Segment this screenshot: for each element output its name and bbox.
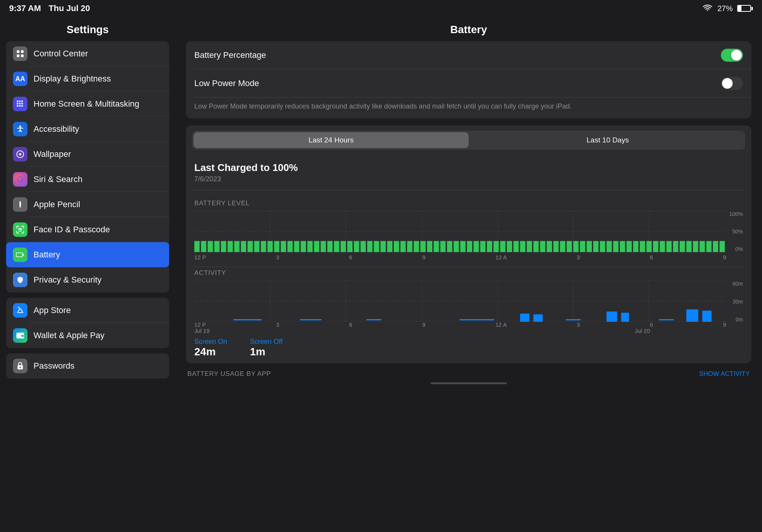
svg-rect-86 (507, 241, 512, 252)
svg-rect-101 (607, 241, 612, 252)
y-label-0: 0% (735, 246, 743, 252)
svg-rect-105 (633, 241, 639, 252)
svg-rect-3 (21, 54, 24, 57)
svg-rect-84 (493, 241, 499, 252)
sidebar-item-accessibility[interactable]: Accessibility (6, 117, 169, 142)
scroll-indicator (431, 382, 507, 384)
svg-rect-77 (447, 241, 452, 252)
low-power-toggle[interactable] (721, 77, 743, 90)
x-label-12p: 12 P (194, 254, 206, 260)
svg-rect-19 (19, 201, 21, 203)
svg-rect-45 (234, 241, 240, 252)
svg-rect-139 (702, 311, 711, 322)
activity-section: ACTIVITY 60m 30m 0m (186, 269, 751, 363)
passwords-label: Passwords (34, 361, 75, 371)
appstore-icon (13, 303, 27, 318)
svg-rect-11 (19, 105, 21, 107)
date-label-jul19: Jul 19 (194, 328, 210, 334)
svg-point-29 (19, 367, 21, 368)
x-label-3b: 3 (577, 254, 580, 260)
sidebar-item-pencil[interactable]: Apple Pencil (6, 192, 169, 217)
svg-rect-73 (420, 241, 426, 252)
screen-off-label: Screen Off (250, 338, 283, 346)
chart-divider (194, 190, 743, 190)
svg-rect-49 (261, 241, 266, 252)
activity-y-0: 0m (736, 316, 743, 323)
content-title: Battery (175, 17, 762, 41)
svg-rect-114 (693, 241, 698, 252)
svg-rect-75 (434, 241, 439, 252)
x-label-9b: 9 (723, 254, 726, 260)
last-10d-button[interactable]: Last 10 Days (470, 131, 745, 150)
low-power-label: Low Power Mode (194, 78, 259, 88)
x-label-6b: 6 (650, 254, 653, 260)
svg-rect-92 (547, 241, 552, 252)
activity-label: ACTIVITY (194, 269, 743, 277)
battery-level-section: BATTERY LEVEL 100% 50% 0% (186, 200, 751, 264)
svg-rect-12 (21, 105, 23, 107)
svg-rect-50 (267, 241, 273, 252)
time-period-selector: Last 24 Hours Last 10 Days (192, 131, 745, 150)
svg-rect-108 (653, 241, 658, 252)
sidebar-section-2: App Store Wallet & Apple Pay (6, 298, 169, 348)
battery-chart-card: Last 24 Hours Last 10 Days Last Charged … (186, 125, 751, 363)
battery-percentage-row: Battery Percentage (186, 41, 751, 69)
sidebar-item-appstore[interactable]: App Store (6, 298, 169, 323)
sidebar-item-privacy[interactable]: Privacy & Security (6, 267, 169, 292)
svg-rect-89 (527, 241, 532, 252)
faceid-label: Face ID & Passcode (34, 225, 110, 235)
sidebar-item-wallet[interactable]: Wallet & Apple Pay (6, 323, 169, 348)
pencil-label: Apple Pencil (34, 200, 80, 209)
activity-y-60: 60m (733, 281, 743, 287)
screen-off-stat: Screen Off 1m (250, 338, 283, 358)
sidebar-item-home-screen[interactable]: Home Screen & Multitasking (6, 91, 169, 117)
sidebar-item-control-center[interactable]: Control Center (6, 41, 169, 66)
svg-rect-90 (533, 241, 539, 252)
sidebar-item-faceid[interactable]: Face ID & Passcode (6, 217, 169, 242)
svg-rect-69 (394, 241, 399, 252)
svg-rect-48 (254, 241, 259, 252)
svg-rect-61 (341, 241, 346, 252)
svg-rect-110 (666, 241, 672, 252)
wallpaper-icon (13, 147, 27, 161)
svg-rect-91 (540, 241, 545, 252)
svg-rect-78 (454, 241, 459, 252)
home-screen-icon (13, 97, 27, 111)
svg-rect-72 (414, 241, 419, 252)
sidebar-item-battery[interactable]: Battery (6, 242, 169, 267)
battery-level-label: BATTERY LEVEL (194, 200, 743, 207)
toggles-card: Battery Percentage Low Power Mode Low Po… (186, 41, 751, 118)
passwords-icon (13, 359, 27, 373)
last-charged-title: Last Charged to 100% (194, 162, 743, 174)
appstore-label: App Store (34, 305, 71, 315)
show-activity-link[interactable]: SHOW ACTIVITY (699, 370, 750, 378)
status-bar: 9:37 AM Thu Jul 20 27% (0, 0, 762, 17)
svg-rect-40 (201, 241, 206, 252)
svg-rect-138 (686, 310, 698, 322)
svg-rect-113 (686, 241, 692, 252)
y-label-100: 100% (729, 211, 743, 217)
sidebar-item-wallpaper[interactable]: Wallpaper (6, 142, 169, 167)
content-area: Battery Battery Percentage Low Power Mod… (175, 17, 762, 532)
sidebar-item-passwords[interactable]: Passwords (6, 353, 169, 379)
sidebar-item-display[interactable]: AA Display & Brightness (6, 66, 169, 91)
svg-rect-136 (621, 313, 629, 322)
status-time: 9:37 AM (9, 3, 41, 13)
svg-rect-99 (593, 241, 599, 252)
wallet-label: Wallet & Apple Pay (34, 331, 104, 340)
wallpaper-label: Wallpaper (34, 149, 71, 159)
svg-rect-117 (713, 241, 718, 252)
battery-percent: 27% (717, 4, 733, 13)
battery-percentage-toggle[interactable] (721, 49, 743, 62)
activity-y-30: 30m (733, 299, 743, 305)
svg-rect-76 (440, 241, 446, 252)
svg-rect-51 (274, 241, 279, 252)
screen-on-stat: Screen On 24m (194, 338, 227, 358)
sidebar-item-siri[interactable]: Siri & Search (6, 167, 169, 192)
svg-rect-7 (17, 103, 18, 104)
svg-rect-102 (613, 241, 618, 252)
pencil-icon (13, 197, 27, 212)
accessibility-label: Accessibility (34, 124, 79, 134)
last-24h-button[interactable]: Last 24 Hours (194, 132, 469, 148)
svg-rect-43 (221, 241, 226, 252)
